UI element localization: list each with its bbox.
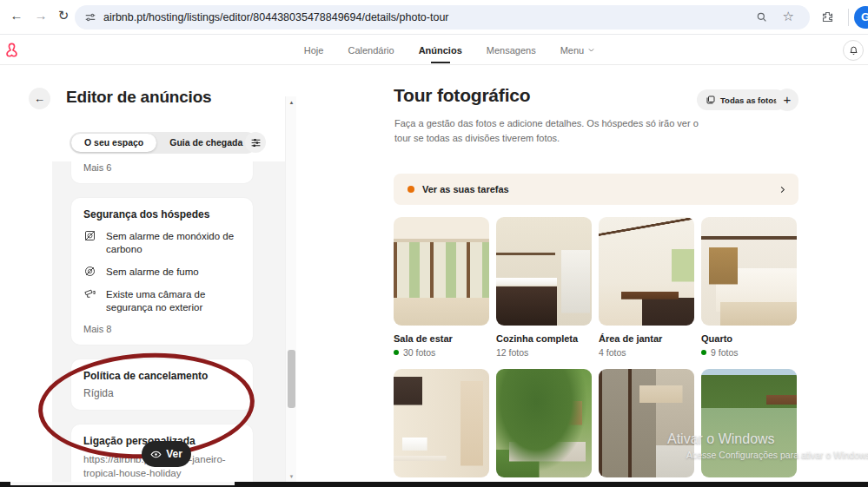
photo-count: 9 fotos [701, 347, 797, 358]
photo-river[interactable] [701, 369, 797, 477]
scroll-down-icon[interactable]: ▼ [286, 474, 297, 479]
photo-card-terrace [599, 369, 694, 477]
preview-button-label: Ver [166, 448, 182, 460]
main-navigation: Hoje Calendário Anúncios Mensagens Menu [16, 36, 868, 64]
back-button[interactable]: ← [29, 88, 50, 109]
nav-item-hoje[interactable]: Hoje [304, 45, 324, 56]
security-camera-icon [83, 287, 96, 300]
safety-item-label: Existe uma câmara de segurança no exteri… [106, 288, 241, 314]
scrollbar-thumb[interactable] [288, 350, 295, 408]
smoke-alarm-off-icon [83, 265, 96, 278]
photo-card-bedroom: Quarto 9 fotos [701, 217, 797, 358]
photo-title: Área de jantar [599, 333, 694, 344]
sidebar-scrollbar[interactable]: ▲ ▼ [285, 96, 296, 482]
photo-card-kitchen: Cozinha completa 12 fotos [496, 217, 592, 358]
tasks-banner[interactable]: Ver as suas tarefas [394, 174, 798, 205]
star-icon[interactable]: ☆ [783, 9, 794, 24]
tasks-banner-label: Ver as suas tarefas [422, 184, 509, 194]
photo-title: Sala de estar [394, 333, 489, 344]
back-icon[interactable]: ← [7, 8, 26, 23]
photo-count-text: 12 fotos [496, 347, 528, 358]
photo-count-text: 30 fotos [403, 347, 435, 358]
url-text[interactable]: airbnb.pt/hosting/listings/editor/804438… [103, 11, 449, 23]
co-alarm-off-icon [83, 229, 96, 242]
safety-item: Existe uma câmara de segurança no exteri… [83, 288, 241, 314]
preview-button[interactable]: Ver [142, 441, 191, 467]
nav-label: Menu [560, 45, 585, 56]
chevron-down-icon [587, 46, 595, 54]
safety-item-label: Sem alarme de fumo [106, 266, 199, 279]
photo-count: 12 fotos [496, 347, 592, 358]
browser-profile-avatar[interactable]: G [854, 6, 868, 29]
sidebar-scroll-area[interactable]: Mais 6 Segurança dos hóspedes Sem alarme… [52, 161, 285, 482]
tab-o-seu-espaco[interactable]: O seu espaço [71, 134, 156, 152]
editor-tabs: O seu espaço Guia de chegada [70, 132, 257, 154]
nav-label: Calendário [348, 45, 394, 56]
nav-label: Hoje [304, 45, 324, 56]
card-guest-safety[interactable]: Segurança dos hóspedes Sem alarme de mon… [71, 198, 253, 345]
zoom-icon[interactable] [756, 11, 768, 23]
browser-chrome: ← → ↻ airbnb.pt/hosting/listings/editor/… [0, 0, 868, 35]
chrome-divider [848, 9, 849, 26]
nav-item-anuncios[interactable]: Anúncios [419, 45, 462, 56]
photo-bathroom[interactable] [394, 369, 489, 477]
photo-card-river [701, 369, 797, 477]
scroll-up-icon[interactable]: ▲ [286, 100, 297, 105]
extensions-icon[interactable] [821, 10, 834, 23]
card-title: Segurança dos hóspedes [83, 208, 241, 220]
safety-item: Sem alarme de monóxido de carbono [83, 230, 241, 256]
card-cancellation-policy[interactable]: Política de cancelamento Rígida [71, 359, 253, 410]
chevron-right-icon [778, 185, 787, 194]
nav-item-mensagens[interactable]: Mensagens [487, 45, 536, 56]
photo-title: Cozinha completa [496, 333, 592, 344]
notifications-button[interactable] [843, 40, 864, 61]
photo-card-living-room: Sala de estar 30 fotos [394, 217, 489, 358]
photo-count: 4 fotos [599, 347, 694, 358]
photo-count-text: 4 fotos [599, 347, 626, 358]
site-info-icon[interactable] [84, 11, 96, 23]
forward-icon[interactable]: → [31, 8, 50, 23]
photo-card-bathroom [394, 369, 489, 477]
photos-stack-icon [706, 95, 716, 105]
reload-icon[interactable]: ↻ [54, 8, 73, 23]
photo-kitchen[interactable] [496, 217, 592, 326]
page-title: Tour fotográfico [394, 85, 530, 106]
nav-item-menu[interactable]: Menu [560, 45, 596, 56]
nav-label: Mensagens [487, 45, 536, 56]
photo-garden[interactable] [496, 369, 592, 477]
cancellation-value: Rígida [83, 387, 241, 399]
show-more-link[interactable]: Mais 6 [83, 162, 111, 173]
photo-bedroom[interactable] [701, 217, 797, 326]
taskbar-edge [0, 482, 868, 487]
safety-item: Sem alarme de fumo [83, 266, 241, 279]
show-more-link[interactable]: Mais 8 [83, 324, 241, 334]
add-photo-button[interactable]: + [776, 89, 798, 111]
orange-dot-icon [407, 186, 414, 193]
statusbar-strip [10, 482, 235, 485]
photo-living-room[interactable] [394, 217, 489, 326]
airbnb-header: Hoje Calendário Anúncios Mensagens Menu [0, 36, 868, 65]
bell-icon [848, 45, 859, 56]
green-dot-icon [701, 350, 706, 355]
photo-title: Quarto [701, 333, 797, 344]
page-subtitle: Faça a gestão das fotos e adicione detal… [394, 116, 700, 145]
preferences-button[interactable] [245, 132, 266, 153]
photo-terrace[interactable] [599, 369, 694, 477]
nav-label: Anúncios [419, 45, 462, 56]
nav-item-calendario[interactable]: Calendário [348, 45, 394, 56]
sidebar-title: Editor de anúncios [66, 88, 211, 107]
listing-editor-sidebar: ← Editor de anúncios O seu espaço Guia d… [0, 65, 300, 487]
tab-guia-de-chegada[interactable]: Guia de chegada [156, 134, 255, 152]
all-photos-label: Todas as fotos [720, 95, 778, 105]
card-title: Política de cancelamento [83, 370, 241, 382]
photo-grid: Sala de estar 30 fotos Cozinha completa … [394, 217, 802, 477]
sliders-icon [250, 137, 262, 148]
photo-count: 30 fotos [394, 347, 489, 358]
all-photos-button[interactable]: Todas as fotos [697, 89, 786, 110]
safety-item-label: Sem alarme de monóxido de carbono [106, 230, 241, 256]
photo-card-dining-area: Área de jantar 4 fotos [599, 217, 694, 358]
green-dot-icon [394, 350, 399, 355]
photo-dining-area[interactable] [599, 217, 694, 326]
card-partial[interactable]: Mais 6 [71, 161, 253, 183]
address-bar[interactable]: airbnb.pt/hosting/listings/editor/804438… [75, 5, 810, 30]
